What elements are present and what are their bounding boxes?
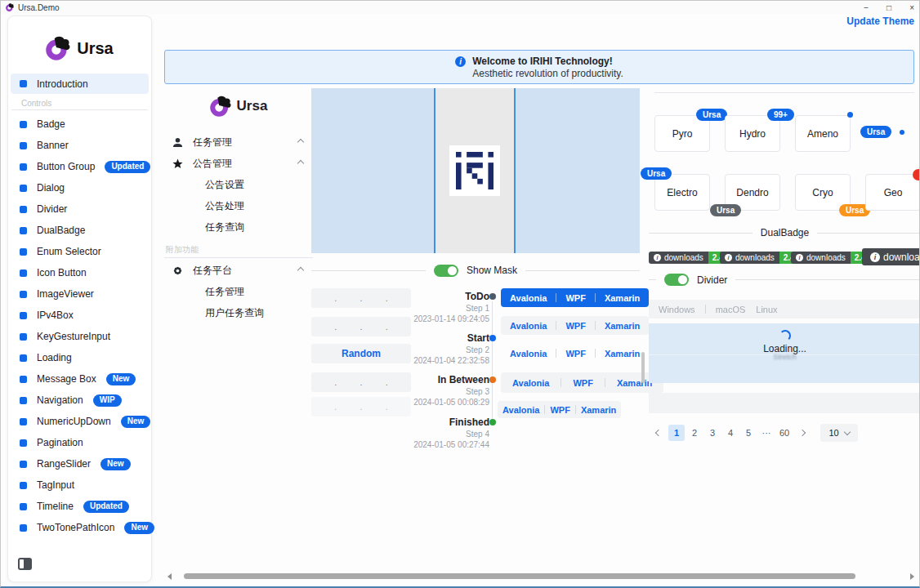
sidebar-item-button-group[interactable]: Button GroupUpdated [8, 156, 151, 177]
timeline-time: 2024-01-05 00:08:29 [400, 398, 489, 407]
menu-item-announcement-processing[interactable]: 公告处理 [164, 195, 313, 216]
sidebar-item-dialog[interactable]: Dialog [8, 177, 151, 198]
tab-windows[interactable]: Windows [649, 305, 705, 314]
sidebar-item-divider[interactable]: Divider [8, 198, 151, 220]
avalonia-button[interactable]: Avalonia [498, 405, 544, 415]
sidebar-item-label: Icon Button [37, 267, 87, 278]
wpf-button[interactable]: WPF [556, 321, 594, 331]
sidebar-item-numericupdown[interactable]: NumericUpDownNew [8, 411, 151, 432]
sidebar-item-twotonepathicon[interactable]: TwoTonePathIconNew [8, 517, 151, 538]
update-theme-button[interactable]: Update Theme [846, 16, 914, 27]
sidebar-item-dualbadge[interactable]: DualBadge [8, 220, 151, 241]
page-button-3[interactable]: 3 [704, 425, 721, 441]
page-button-60[interactable]: 60 [776, 425, 793, 441]
menu-group-announcement-management[interactable]: 公告管理 [164, 153, 313, 174]
show-mask-toggle[interactable] [434, 265, 458, 277]
xamarin-button[interactable]: Xamarin [576, 405, 621, 415]
window-title: Ursa.Demo [18, 3, 60, 12]
page-size-select[interactable]: 10 [820, 424, 858, 442]
sidebar-item-imageviewer[interactable]: ImageViewer [8, 283, 151, 305]
ipv4-input[interactable]: ... [311, 372, 411, 392]
viewer-crop-region[interactable] [435, 88, 514, 253]
sidebar-item-label: TagInput [37, 479, 74, 491]
page-button-1[interactable]: 1 [668, 425, 685, 441]
sidebar-item-label: RangeSlider [37, 458, 91, 470]
tab-macos[interactable]: macOS [706, 305, 756, 314]
ipv4-separator: . [334, 377, 337, 387]
xamarin-button[interactable]: Xamarin [596, 321, 649, 331]
dual-badge-large: idownloads 2.4k [862, 248, 920, 265]
prev-page-button[interactable] [650, 425, 667, 441]
sidebar-item-icon-button[interactable]: Icon Button [8, 262, 151, 283]
sidebar-item-navigation[interactable]: NavigationWIP [8, 390, 151, 411]
page-ellipsis[interactable]: ··· [758, 425, 775, 441]
square-bullet-icon [20, 206, 27, 213]
sidebar-item-badge[interactable]: Badge [8, 114, 151, 135]
square-bullet-icon [20, 121, 27, 128]
chevron-up-icon[interactable] [297, 139, 304, 145]
menu-item-task-management[interactable]: 任务管理 [164, 281, 313, 302]
sidebar-item-rangeslider[interactable]: RangeSliderNew [8, 453, 151, 474]
sidebar-item-timeline[interactable]: TimelineUpdated [8, 496, 151, 517]
ursa-badge: Ursa [641, 167, 672, 180]
horizontal-scrollbar-thumb[interactable] [184, 573, 855, 579]
menu-item-announcement-settings[interactable]: 公告设置 [164, 174, 313, 195]
status-badge: Updated [105, 161, 150, 173]
page-button-5[interactable]: 5 [740, 425, 757, 441]
os-tabstrip: Windows macOS Linux [649, 300, 920, 318]
sidebar-item-label: KeyGestureInput [37, 331, 110, 342]
horizontal-scrollbar[interactable] [163, 572, 918, 581]
sidebar-item-message-box[interactable]: Message BoxNew [8, 368, 151, 390]
card-label: Hydro [739, 128, 766, 140]
square-bullet-icon [20, 80, 27, 87]
sidebar-item-banner[interactable]: Banner [8, 135, 151, 156]
minimize-button[interactable]: − [864, 3, 869, 12]
sidebar-collapse-icon[interactable] [18, 558, 32, 570]
tab-linux[interactable]: Linux [756, 305, 787, 314]
chevron-up-icon[interactable] [297, 160, 304, 167]
ipv4-separator: . [386, 402, 388, 412]
sidebar-item-introduction[interactable]: Introduction [11, 74, 149, 94]
sidebar-item-ipv4box[interactable]: IPv4Box [8, 305, 151, 326]
timeline-step: Step 2 [400, 345, 489, 354]
menu-item-user-task-query[interactable]: 用户任务查询 [164, 302, 313, 323]
timeline-step: Step 4 [400, 430, 489, 439]
avalonia-button[interactable]: Avalonia [501, 378, 560, 388]
sidebar-item-enum-selector[interactable]: Enum Selector [8, 241, 151, 262]
restore-button[interactable]: □ [887, 3, 891, 12]
image-viewer[interactable] [311, 88, 640, 253]
random-button[interactable]: Random [311, 344, 411, 363]
sidebar-item-keygestureinput[interactable]: KeyGestureInput [8, 326, 151, 347]
scroll-left-arrow-icon[interactable] [167, 573, 172, 580]
chevron-down-icon [843, 428, 850, 434]
close-button[interactable]: × [909, 3, 914, 12]
scroll-right-arrow-icon[interactable] [910, 573, 914, 580]
avalonia-button[interactable]: Avalonia [501, 349, 556, 359]
sidebar-item-pagination[interactable]: Pagination [8, 432, 151, 453]
chevron-up-icon[interactable] [297, 267, 304, 274]
xamarin-button[interactable]: Xamarin [596, 293, 649, 303]
vertical-scrollbar-thumb[interactable] [641, 352, 645, 383]
sidebar-item-taginput[interactable]: TagInput [8, 474, 151, 496]
wpf-button[interactable]: WPF [556, 293, 594, 303]
menu-item-task-query[interactable]: 任务查询 [164, 216, 313, 238]
badge-card-geo: Geo [865, 174, 920, 211]
next-page-button[interactable] [794, 425, 811, 441]
page-button-2[interactable]: 2 [686, 425, 703, 441]
page-button-4[interactable]: 4 [722, 425, 739, 441]
sidebar-item-loading[interactable]: Loading [8, 347, 151, 368]
wpf-button[interactable]: WPF [556, 349, 594, 359]
badge-card-ameno: Ameno [795, 115, 851, 152]
divider-toggle[interactable] [664, 274, 689, 286]
wpf-button[interactable]: WPF [545, 405, 574, 415]
menu-group-label: 公告管理 [193, 157, 232, 171]
ipv4-input[interactable]: ... [311, 317, 411, 336]
avalonia-button[interactable]: Avalonia [501, 293, 556, 303]
status-badge: New [106, 373, 136, 385]
menu-group-task-management[interactable]: 任务管理 [164, 131, 313, 153]
avalonia-button[interactable]: Avalonia [501, 321, 556, 331]
ipv4-input[interactable]: ... [311, 288, 411, 308]
ursa-badge-grey: Ursa [710, 204, 741, 216]
wpf-button[interactable]: WPF [561, 378, 604, 388]
menu-group-task-platform[interactable]: 任务平台 [164, 260, 313, 281]
